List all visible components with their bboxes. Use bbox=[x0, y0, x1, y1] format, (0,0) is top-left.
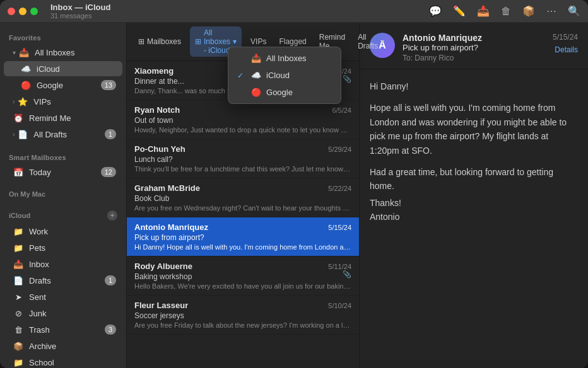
more-icon[interactable]: ⋯ bbox=[546, 5, 556, 17]
all-drafts-chevron-icon: ▾ bbox=[380, 37, 384, 46]
email-date-2: 5/29/24 bbox=[328, 146, 351, 153]
school-folder-icon: 📁 bbox=[13, 357, 24, 368]
bubble-icon[interactable]: 💬 bbox=[429, 5, 442, 17]
sidebar-item-inbox[interactable]: 📥 Inbox bbox=[4, 256, 122, 272]
today-icon: 📅 bbox=[13, 166, 24, 178]
email-preview-2: Think you'll be free for a lunchtime cha… bbox=[134, 165, 351, 173]
sidebar-item-icloud[interactable]: ☁️ iCloud bbox=[4, 61, 122, 76]
email-item-6[interactable]: Fleur Lasseur 5/10/24 Soccer jerseys Are… bbox=[127, 296, 359, 335]
google-label: Google bbox=[37, 81, 101, 90]
dropdown-google-label: Google bbox=[266, 88, 293, 97]
details-button[interactable]: Details bbox=[555, 45, 578, 54]
sidebar-item-junk[interactable]: ⊘ Junk bbox=[4, 306, 122, 321]
chevron-drafts-icon: › bbox=[13, 131, 15, 138]
email-item-3-header: Graham McBride 5/22/24 bbox=[134, 183, 351, 193]
archive-folder-icon: 📦 bbox=[13, 340, 24, 352]
junk-label: Junk bbox=[29, 309, 116, 318]
all-inboxes-dropdown-icon: 📥 bbox=[251, 54, 261, 63]
sent-icon: ➤ bbox=[13, 291, 24, 302]
body-signature: Antonio bbox=[370, 210, 578, 224]
email-item-2-header: Po-Chun Yeh 5/29/24 bbox=[134, 144, 351, 154]
email-subject-6: Soccer jerseys bbox=[134, 311, 351, 320]
work-label: Work bbox=[29, 227, 116, 236]
body-greeting: Hi Danny! bbox=[370, 79, 578, 93]
email-date-6: 5/10/24 bbox=[328, 302, 351, 309]
mailboxes-button[interactable]: ⊞ Mailboxes bbox=[134, 35, 185, 48]
email-item-2[interactable]: Po-Chun Yeh 5/29/24 Lunch call? Think yo… bbox=[127, 139, 359, 178]
detail-subject: Pick up from airport? bbox=[403, 43, 482, 52]
email-item-5[interactable]: Rody Albuerne 5/11/24 Baking workshop He… bbox=[127, 256, 359, 296]
all-drafts-icon: 📄 bbox=[17, 129, 28, 140]
email-date-5: 5/11/24 bbox=[328, 263, 351, 270]
search-icon[interactable]: 🔍 bbox=[568, 5, 580, 17]
work-folder-icon: 📁 bbox=[13, 226, 24, 237]
delete-icon[interactable]: 🗑 bbox=[501, 6, 511, 17]
dropdown-all-inboxes[interactable]: 📥 All Inboxes bbox=[228, 50, 341, 67]
minimize-button[interactable] bbox=[19, 8, 26, 15]
window-subtitle: 31 messages bbox=[50, 12, 110, 20]
sidebar-item-school[interactable]: 📁 School bbox=[4, 355, 122, 368]
compose-icon[interactable]: ✏️ bbox=[453, 5, 466, 17]
detail-to: To: Danny Rico bbox=[403, 54, 482, 62]
vips-label: VIPs bbox=[33, 97, 116, 106]
drafts-folder-icon: 📄 bbox=[13, 275, 24, 286]
sidebar-item-drafts[interactable]: 📄 Drafts 1 bbox=[4, 273, 122, 288]
icloud-icon: ☁️ bbox=[20, 63, 32, 74]
sidebar-item-trash[interactable]: 🗑 Trash 3 bbox=[4, 322, 122, 337]
email-sender-2: Po-Chun Yeh bbox=[134, 144, 328, 154]
all-inboxes-filter-button[interactable]: ⊞ All Inboxes - iCloud ▾ 📥 All Inboxes ✓… bbox=[190, 26, 242, 57]
dropdown-google[interactable]: 🔴 Google bbox=[228, 84, 341, 101]
smart-mailboxes-label: Smart Mailboxes bbox=[0, 147, 126, 164]
email-preview-1: Howdy, Neighbor, Just wanted to drop a q… bbox=[134, 126, 351, 134]
email-detail-header: A Antonio Manriquez Pick up from airport… bbox=[360, 23, 588, 69]
sidebar-item-work[interactable]: 📁 Work bbox=[4, 224, 122, 239]
sidebar-item-archive[interactable]: 📦 Archive bbox=[4, 338, 122, 354]
body-thanks: Thanks! bbox=[370, 196, 578, 210]
email-item-1[interactable]: Ryan Notch 6/5/24 Out of town Howdy, Nei… bbox=[127, 100, 359, 139]
email-preview-4: Hi Danny! Hope all is well with you. I'm… bbox=[134, 243, 351, 251]
sidebar-item-google[interactable]: 🔴 Google 13 bbox=[4, 78, 122, 93]
trash-badge: 3 bbox=[105, 325, 116, 335]
vips-icon: ⭐ bbox=[17, 96, 28, 107]
email-list: Xiaomeng 6/7/24 Dinner at the... Danny, … bbox=[127, 61, 359, 368]
archive-icon[interactable]: 📥 bbox=[477, 5, 490, 17]
icloud-label: iCloud bbox=[37, 64, 116, 74]
sidebar-item-sent[interactable]: ➤ Sent bbox=[4, 289, 122, 304]
top-toolbar: 💬 ✏️ 📥 🗑 📦 ⋯ 🔍 bbox=[429, 5, 580, 17]
window-title: Inbox — iCloud bbox=[50, 3, 110, 12]
sidebar-item-all-inboxes[interactable]: ▾ 📥 All Inboxes bbox=[4, 45, 122, 60]
sidebar-item-pets[interactable]: 📁 Pets bbox=[4, 240, 122, 255]
chevron-vips-icon: › bbox=[13, 98, 15, 105]
email-item-1-header: Ryan Notch 6/5/24 bbox=[134, 105, 351, 115]
chevron-icon: ▾ bbox=[13, 49, 16, 56]
sidebar-item-all-drafts[interactable]: › 📄 All Drafts 1 bbox=[4, 127, 122, 142]
sidebar-item-today[interactable]: 📅 Today 12 bbox=[4, 164, 122, 180]
filter-bar: ⊞ Mailboxes ⊞ All Inboxes - iCloud ▾ 📥 A… bbox=[127, 23, 359, 61]
vips-filter-button[interactable]: VIPs bbox=[247, 35, 270, 48]
sidebar-item-remind-me[interactable]: ⏰ Remind Me bbox=[4, 110, 122, 125]
email-preview-5: Hello Bakers, We're very excited to have… bbox=[134, 282, 351, 290]
window-content: Favorites ▾ 📥 All Inboxes ☁️ iCloud 🔴 Go… bbox=[0, 23, 588, 368]
sidebar-item-vips[interactable]: › ⭐ VIPs bbox=[4, 94, 122, 109]
pets-label: Pets bbox=[29, 243, 116, 253]
email-item-4[interactable]: Antonio Manriquez 5/15/24 Pick up from a… bbox=[127, 217, 359, 256]
close-button[interactable] bbox=[8, 8, 15, 15]
email-detail-right: 5/15/24 Details bbox=[553, 33, 578, 54]
email-sender-1: Ryan Notch bbox=[134, 105, 332, 115]
email-list-panel: ⊞ Mailboxes ⊞ All Inboxes - iCloud ▾ 📥 A… bbox=[126, 23, 360, 368]
email-item-3[interactable]: Graham McBride 5/22/24 Book Club Are you… bbox=[127, 178, 359, 217]
add-mailbox-button[interactable]: + bbox=[107, 210, 117, 221]
dropdown-icloud[interactable]: ✓ ☁️ iCloud bbox=[228, 67, 341, 84]
move-icon[interactable]: 📦 bbox=[522, 5, 535, 17]
filter-icon: ⊞ bbox=[195, 37, 201, 46]
flagged-filter-button[interactable]: Flagged bbox=[275, 35, 310, 48]
email-subject-1: Out of town bbox=[134, 116, 351, 125]
maximize-button[interactable] bbox=[30, 8, 38, 15]
drafts-label: Drafts bbox=[29, 276, 105, 285]
all-drafts-filter-button[interactable]: All Drafts ▾ bbox=[354, 31, 388, 52]
vips-filter-label: VIPs bbox=[250, 37, 266, 46]
school-label: School bbox=[29, 358, 116, 367]
mailboxes-icon: ⊞ bbox=[138, 37, 144, 46]
email-subject-4: Pick up from airport? bbox=[134, 233, 351, 242]
all-drafts-badge: 1 bbox=[105, 129, 116, 139]
